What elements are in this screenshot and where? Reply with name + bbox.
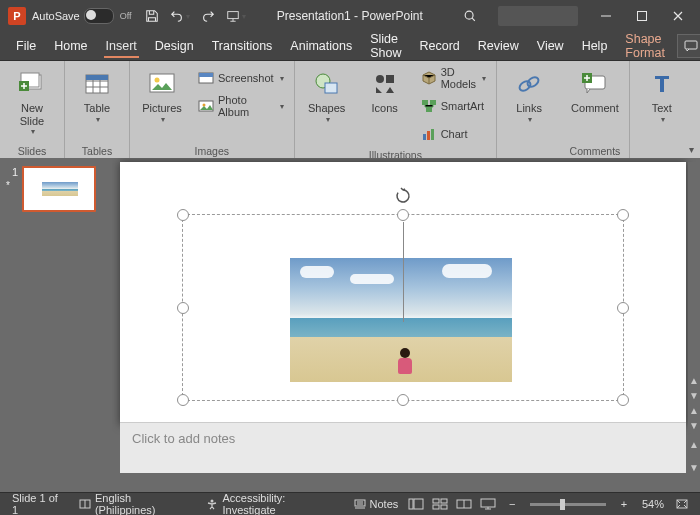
notes-pane[interactable]: Click to add notes — [120, 422, 686, 473]
rotate-handle[interactable] — [394, 187, 412, 205]
slideshow-view-button[interactable] — [476, 495, 500, 513]
selection-box[interactable] — [182, 214, 624, 401]
app-icon: P — [8, 7, 26, 25]
chevron-down-icon: ▾ — [31, 127, 35, 136]
svg-rect-35 — [433, 499, 439, 503]
slide-editor[interactable]: ▲ ▼ ▲ ▼ ▴ Click to add notes ▲▼ — [112, 158, 700, 493]
notes-button[interactable]: Notes — [348, 498, 405, 510]
resize-handle[interactable] — [617, 394, 629, 406]
search-button[interactable] — [452, 4, 488, 28]
reading-icon — [456, 498, 472, 510]
zoom-slider[interactable] — [530, 503, 606, 506]
svg-rect-3 — [685, 41, 697, 49]
collapse-ribbon-button[interactable]: ▾ — [689, 144, 694, 155]
from-beginning-button[interactable]: ▾ — [224, 4, 248, 28]
resize-handle[interactable] — [177, 302, 189, 314]
scroll-down-icon[interactable]: ▼ — [687, 388, 700, 403]
chart-button[interactable]: Chart — [417, 121, 490, 147]
table-button[interactable]: Table ▾ — [71, 65, 123, 143]
tab-file[interactable]: File — [8, 35, 44, 57]
resize-handle[interactable] — [177, 209, 189, 221]
chevron-down-icon: ▾ — [161, 115, 165, 124]
tab-insert[interactable]: Insert — [98, 35, 145, 57]
book-icon — [79, 498, 91, 510]
thumbnail-preview[interactable] — [22, 166, 96, 212]
svg-rect-34 — [414, 499, 423, 509]
resize-handle[interactable] — [397, 394, 409, 406]
chevron-down-icon: ▾ — [482, 74, 486, 83]
zoom-out-button[interactable]: − — [500, 495, 524, 513]
slide-thumbnail-1[interactable]: 1 * — [6, 166, 112, 212]
svg-rect-23 — [427, 131, 430, 140]
3d-models-button[interactable]: 3D Models▾ — [417, 65, 490, 91]
resize-handle[interactable] — [617, 209, 629, 221]
smartart-button[interactable]: SmartArt — [417, 93, 490, 119]
screenshot-button[interactable]: Screenshot▾ — [194, 65, 288, 91]
tab-shape-format[interactable]: Shape Format — [617, 28, 673, 64]
notes-scroll[interactable]: ▲▼ — [688, 439, 700, 473]
fit-icon — [675, 498, 689, 510]
new-slide-icon — [17, 69, 47, 99]
resize-handle[interactable] — [177, 394, 189, 406]
tab-animations[interactable]: Animations — [282, 35, 360, 57]
redo-button[interactable] — [196, 4, 220, 28]
tab-slideshow[interactable]: Slide Show — [362, 28, 409, 64]
pictures-button[interactable]: Pictures ▾ — [136, 65, 188, 143]
tab-help[interactable]: Help — [574, 35, 616, 57]
reading-view-button[interactable] — [452, 495, 476, 513]
svg-rect-18 — [386, 75, 394, 83]
group-label: Comments — [570, 143, 621, 157]
tab-home[interactable]: Home — [46, 35, 95, 57]
svg-point-10 — [155, 78, 160, 83]
zoom-in-button[interactable]: + — [612, 495, 636, 513]
text-button[interactable]: Text ▾ — [636, 65, 688, 143]
minimize-button[interactable] — [588, 2, 624, 30]
prev-slide-icon[interactable]: ▲ — [687, 403, 700, 418]
slide-sorter-button[interactable] — [428, 495, 452, 513]
undo-button[interactable]: ▾ — [168, 4, 192, 28]
slide-number: 1 — [6, 166, 18, 178]
slide-thumbnails-pane[interactable]: 1 * — [0, 158, 112, 493]
toggle-switch-icon[interactable] — [84, 8, 114, 24]
svg-rect-37 — [433, 505, 439, 509]
tab-view[interactable]: View — [529, 35, 572, 57]
zoom-level[interactable]: 54% — [636, 498, 670, 510]
photo-album-button[interactable]: Photo Album▾ — [194, 93, 288, 119]
links-button[interactable]: Links ▾ — [503, 65, 555, 143]
tab-design[interactable]: Design — [147, 35, 202, 57]
language-button[interactable]: English (Philippines) — [73, 492, 201, 515]
scroll-up-icon[interactable]: ▲ — [687, 373, 700, 388]
fit-to-window-button[interactable] — [670, 495, 694, 513]
resize-handle[interactable] — [397, 209, 409, 221]
tab-review[interactable]: Review — [470, 35, 527, 57]
maximize-button[interactable] — [624, 2, 660, 30]
resize-handle[interactable] — [617, 302, 629, 314]
accessibility-button[interactable]: Accessibility: Investigate — [200, 492, 347, 515]
vertical-scrollbar[interactable]: ▲ ▼ ▲ ▼ — [688, 162, 700, 433]
tab-transitions[interactable]: Transitions — [204, 35, 281, 57]
comments-pane-button[interactable] — [677, 34, 700, 58]
svg-rect-36 — [441, 499, 447, 503]
notes-icon — [354, 498, 366, 510]
normal-view-button[interactable] — [404, 495, 428, 513]
slide-indicator[interactable]: Slide 1 of 1 — [6, 492, 73, 515]
save-button[interactable] — [140, 4, 164, 28]
close-icon — [672, 10, 684, 22]
quick-access-toolbar: ▾ ▾ — [140, 4, 248, 28]
tab-record[interactable]: Record — [411, 35, 467, 57]
icons-button[interactable]: Icons — [359, 65, 411, 143]
ribbon-group-tables: Table ▾ Tables — [65, 61, 130, 159]
new-comment-icon — [580, 69, 610, 99]
chevron-down-icon: ▾ — [280, 74, 284, 83]
svg-rect-20 — [430, 100, 436, 105]
close-button[interactable] — [660, 2, 696, 30]
svg-rect-12 — [199, 73, 213, 77]
shapes-button[interactable]: Shapes ▾ — [301, 65, 353, 143]
comment-button[interactable]: Comment — [567, 65, 623, 143]
slide-canvas[interactable] — [120, 162, 686, 425]
chevron-down-icon: ▾ — [186, 12, 190, 21]
autosave-toggle[interactable]: AutoSave Off — [32, 8, 132, 24]
account-button[interactable] — [498, 6, 578, 26]
ribbon-group-comments: Comment Comments — [561, 61, 630, 159]
new-slide-button[interactable]: New Slide ▾ — [6, 65, 58, 143]
